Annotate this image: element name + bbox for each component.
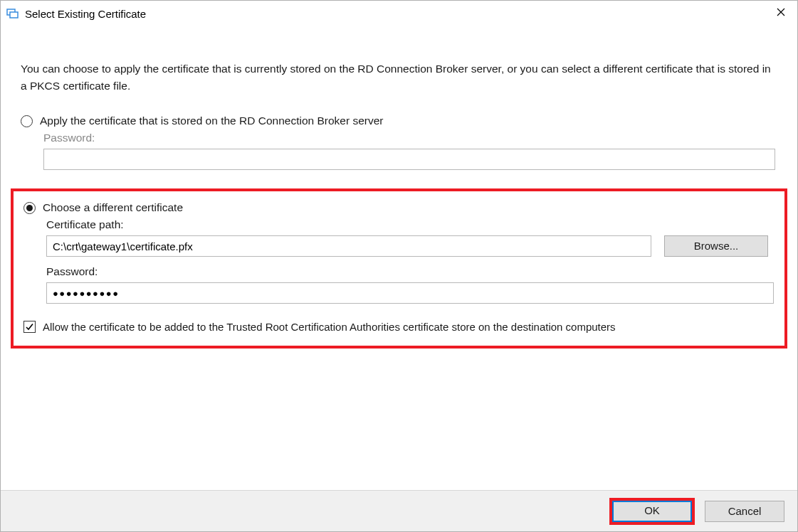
checkbox-icon <box>23 321 36 333</box>
cert-path-input[interactable] <box>46 235 651 257</box>
dialog-window: Select Existing Certificate You can choo… <box>0 0 798 532</box>
password-label-1: Password: <box>43 132 777 144</box>
radio-icon <box>21 115 33 127</box>
radio-option-different[interactable]: Choose a different certificate <box>23 201 777 214</box>
server-manager-icon <box>6 8 19 19</box>
svg-rect-1 <box>10 12 18 18</box>
trusted-root-checkbox-row[interactable]: Allow the certificate to be added to the… <box>23 321 777 333</box>
option2-fields: Certificate path: Browse... Password: <box>46 218 777 304</box>
titlebar: Select Existing Certificate <box>1 1 797 26</box>
intro-text: You can choose to apply the certificate … <box>21 60 775 95</box>
cert-path-label: Certificate path: <box>46 218 777 231</box>
option1-fields: Password: <box>43 132 777 170</box>
highlighted-section: Choose a different certificate Certifica… <box>11 188 787 349</box>
radio-option-broker[interactable]: Apply the certificate that is stored on … <box>21 115 777 127</box>
dialog-footer: OK Cancel <box>1 490 797 531</box>
password-input-1[interactable] <box>43 149 775 170</box>
password-label-2: Password: <box>46 265 777 278</box>
radio-icon <box>23 202 36 214</box>
cancel-button[interactable]: Cancel <box>705 501 784 522</box>
password-input-2[interactable] <box>46 282 774 304</box>
path-row: Browse... <box>46 235 777 257</box>
dialog-title: Select Existing Certificate <box>25 8 765 20</box>
close-button[interactable] <box>765 1 797 23</box>
ok-button[interactable]: OK <box>612 501 692 522</box>
radio-label-different: Choose a different certificate <box>43 201 183 214</box>
browse-button[interactable]: Browse... <box>664 235 768 257</box>
trusted-root-label: Allow the certificate to be added to the… <box>43 321 616 333</box>
dialog-body: You can choose to apply the certificate … <box>1 26 797 490</box>
radio-label-broker: Apply the certificate that is stored on … <box>40 115 383 127</box>
